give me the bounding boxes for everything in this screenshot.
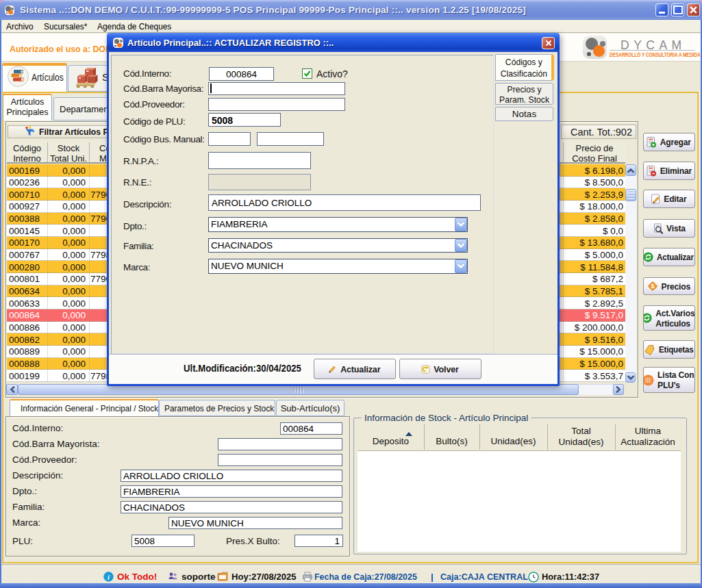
svg-text:i: i <box>108 574 110 581</box>
svg-text:$: $ <box>651 283 654 290</box>
